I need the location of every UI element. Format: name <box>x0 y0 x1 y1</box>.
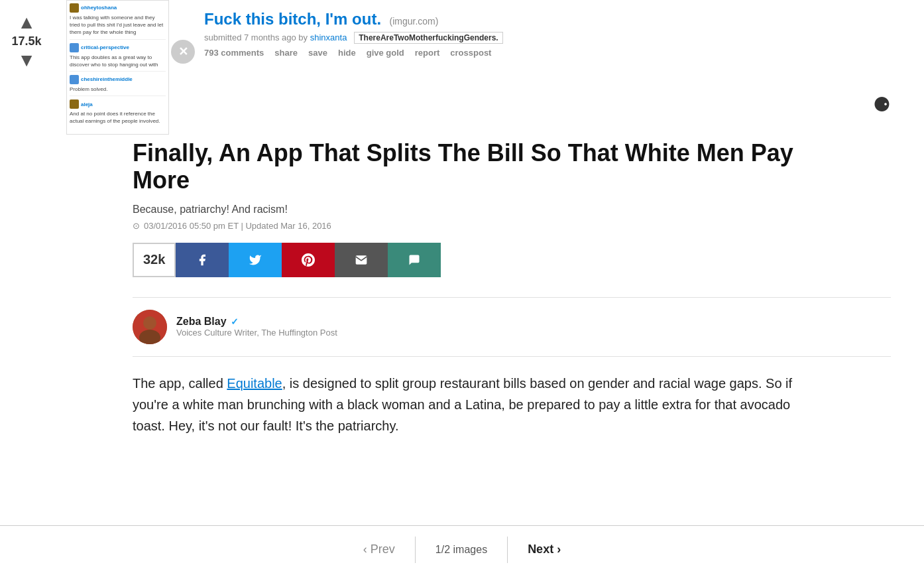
author-avatar <box>133 310 167 344</box>
comment-avatar <box>70 99 79 109</box>
hide-action[interactable]: hide <box>338 48 356 58</box>
author-role: Voices Culture Writer, The Huffington Po… <box>176 328 337 338</box>
vote-column: ▲ 17.5k ▼ <box>0 0 53 70</box>
svg-point-1 <box>143 316 156 330</box>
comment-item: ohheytoshana I was talking with someone … <box>70 3 166 40</box>
verified-icon: ✓ <box>231 316 239 327</box>
comment-item: aleja And at no point does it reference … <box>70 99 166 127</box>
comment-avatar <box>70 3 79 13</box>
comment-avatar <box>70 75 79 84</box>
close-button[interactable]: ✕ <box>171 40 195 64</box>
article-container: WOMEN Finally, An App That Splits The Bi… <box>133 123 891 436</box>
chat-share-button[interactable] <box>388 243 441 277</box>
post-meta: submitted 7 months ago by shinxanta Ther… <box>204 32 911 42</box>
datetime-text: 03/01/2016 05:50 pm ET | Updated Mar 16,… <box>144 221 331 231</box>
twitter-share-button[interactable] <box>229 243 282 277</box>
upvote-button[interactable]: ▲ <box>17 13 36 32</box>
submitted-by-text: submitted 7 months ago by <box>204 32 308 42</box>
comment-username: aleja <box>81 101 93 108</box>
share-bar: 32k <box>133 243 891 277</box>
author-info: Zeba Blay ✓ Voices Culture Writer, The H… <box>176 316 337 338</box>
comment-username: critical-perspective <box>81 44 129 51</box>
image-count: 1/2 images <box>416 531 507 569</box>
image-navigation: ‹ Prev 1/2 images Next › <box>0 525 924 573</box>
author-name-text: Zeba Blay <box>176 316 227 328</box>
author-name: Zeba Blay ✓ <box>176 316 337 328</box>
comment-count[interactable]: 793 comments <box>204 48 264 58</box>
comment-text: This app doubles as a great way to disco… <box>70 54 166 68</box>
user-flair: ThereAreTwoMotherfuckingGenders. <box>354 32 502 44</box>
post-actions: 793 comments share save hide give gold r… <box>204 48 911 58</box>
prev-button[interactable]: ‹ Prev <box>343 529 415 570</box>
comment-item: critical-perspective This app doubles as… <box>70 43 166 72</box>
comment-avatar <box>70 43 79 52</box>
share-count: 32k <box>133 243 176 277</box>
comment-text: Problem solved. <box>70 86 166 93</box>
article-title: Finally, An App That Splits The Bill So … <box>133 139 795 194</box>
android-icon[interactable]: ⚈ <box>873 93 891 116</box>
facebook-share-button[interactable] <box>176 243 229 277</box>
comment-item: cheshireinthemiddle Problem solved. <box>70 75 166 96</box>
article-body: The app, called Equitable, is designed t… <box>133 373 795 436</box>
comment-username: ohheytoshana <box>81 4 117 11</box>
article-category: WOMEN <box>133 123 891 133</box>
crosspost-action[interactable]: crosspost <box>450 48 491 58</box>
comments-overlay: ohheytoshana I was talking with someone … <box>66 0 169 135</box>
post-username-link[interactable]: shinxanta <box>310 32 347 42</box>
post-header: Fuck this bitch, I'm out. (imgur.com) su… <box>204 10 911 58</box>
article-subtitle: Because, patriarchy! And racism! <box>133 204 891 216</box>
article-body-before-link: The app, called <box>133 376 227 391</box>
author-section: Zeba Blay ✓ Voices Culture Writer, The H… <box>133 297 891 357</box>
downvote-button[interactable]: ▼ <box>17 51 36 70</box>
clock-icon: ⊙ <box>133 221 140 231</box>
give-gold-action[interactable]: give gold <box>367 48 404 58</box>
share-action[interactable]: share <box>274 48 298 58</box>
report-action[interactable]: report <box>415 48 440 58</box>
mobile-app-icons: ⚈ <box>873 93 904 116</box>
next-button[interactable]: Next › <box>508 529 581 570</box>
post-source: (imgur.com) <box>390 16 439 27</box>
article-body-link[interactable]: Equitable <box>227 376 282 391</box>
email-share-button[interactable] <box>335 243 388 277</box>
save-action[interactable]: save <box>308 48 327 58</box>
comment-text: I was talking with someone and they trie… <box>70 14 166 36</box>
vote-count: 17.5k <box>11 34 41 48</box>
pinterest-share-button[interactable] <box>282 243 335 277</box>
article-datetime: ⊙ 03/01/2016 05:50 pm ET | Updated Mar 1… <box>133 221 891 231</box>
comment-text: And at no point does it reference the ac… <box>70 110 166 125</box>
post-title-link[interactable]: Fuck this bitch, I'm out. <box>204 10 381 28</box>
comment-username: cheshireinthemiddle <box>81 76 133 83</box>
